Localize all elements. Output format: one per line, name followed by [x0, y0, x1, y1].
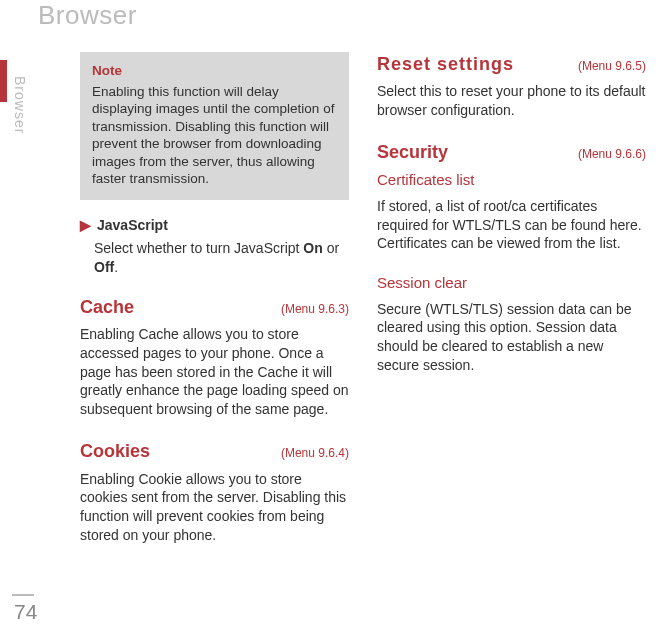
javascript-body: Select whether to turn JavaScript On or … — [94, 239, 349, 277]
javascript-label: JavaScript — [97, 216, 168, 235]
security-menu-ref: (Menu 9.6.6) — [578, 146, 646, 162]
reset-title: Reset settings — [377, 52, 514, 76]
js-on: On — [303, 240, 322, 256]
right-column: Reset settings (Menu 9.6.5) Select this … — [377, 52, 646, 592]
cache-heading-row: Cache (Menu 9.6.3) — [80, 295, 349, 319]
js-text-end: . — [114, 259, 118, 275]
cookies-menu-ref: (Menu 9.6.4) — [281, 445, 349, 461]
cache-body: Enabling Cache allows you to store acces… — [80, 325, 349, 419]
certificates-body: If stored, a list of root/ca certificate… — [377, 197, 646, 254]
js-text-mid: or — [323, 240, 339, 256]
cache-title: Cache — [80, 295, 134, 319]
side-tab-label: Browser — [12, 76, 28, 134]
reset-menu-ref: (Menu 9.6.5) — [578, 58, 646, 74]
note-box: Note Enabling this function will delay d… — [80, 52, 349, 200]
cookies-heading-row: Cookies (Menu 9.6.4) — [80, 439, 349, 463]
note-body: Enabling this function will delay displa… — [92, 83, 337, 188]
certificates-subtitle: Certificates list — [377, 170, 646, 190]
javascript-item-head: ▶ JavaScript — [80, 216, 349, 235]
security-heading-row: Security (Menu 9.6.6) — [377, 140, 646, 164]
page-number-rule — [12, 594, 34, 596]
content-columns: Note Enabling this function will delay d… — [80, 52, 646, 592]
page-number: 74 — [14, 600, 37, 624]
cookies-title: Cookies — [80, 439, 150, 463]
security-title: Security — [377, 140, 448, 164]
bullet-icon: ▶ — [80, 216, 91, 235]
js-off: Off — [94, 259, 114, 275]
js-text-pre: Select whether to turn JavaScript — [94, 240, 303, 256]
cookies-body: Enabling Cookie allows you to store cook… — [80, 470, 349, 546]
note-title: Note — [92, 62, 337, 80]
session-clear-body: Secure (WTLS/TLS) session data can be cl… — [377, 300, 646, 376]
left-column: Note Enabling this function will delay d… — [80, 52, 349, 592]
session-clear-subtitle: Session clear — [377, 273, 646, 293]
side-accent-bar — [0, 60, 7, 102]
reset-heading-row: Reset settings (Menu 9.6.5) — [377, 52, 646, 76]
section-header: Browser — [38, 0, 137, 31]
reset-body: Select this to reset your phone to its d… — [377, 82, 646, 120]
cache-menu-ref: (Menu 9.6.3) — [281, 301, 349, 317]
